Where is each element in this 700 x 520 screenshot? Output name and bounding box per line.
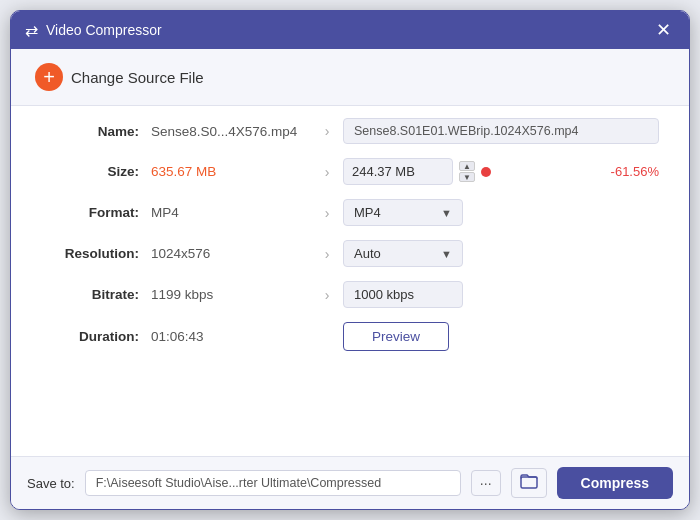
spin-up-button[interactable]: ▲ [459,161,475,171]
resolution-dropdown[interactable]: Auto ▼ [343,240,463,267]
name-orig-value: Sense8.S0...4X576.mp4 [151,124,311,139]
size-orig-value: 635.67 MB [151,164,311,179]
size-arrow: › [311,164,343,180]
more-options-button[interactable]: ··· [471,470,501,496]
bitrate-label: Bitrate: [41,287,151,302]
resolution-arrow: › [311,246,343,262]
close-button[interactable]: ✕ [652,19,675,41]
compress-button[interactable]: Compress [557,467,673,499]
resolution-label: Resolution: [41,246,151,261]
plus-icon: + [35,63,63,91]
resolution-dropdown-arrow: ▼ [441,248,452,260]
footer: Save to: F:\Aiseesoft Studio\Aise...rter… [11,456,689,509]
name-output-value: Sense8.S01E01.WEBrip.1024X576.mp4 [343,118,659,144]
content-area: Name: Sense8.S0...4X576.mp4 › Sense8.S01… [11,106,689,456]
resolution-output-value: Auto [354,246,381,261]
toolbar: + Change Source File [11,49,689,106]
app-icon: ⇄ [25,21,38,40]
bitrate-orig-value: 1199 kbps [151,287,311,302]
format-orig-value: MP4 [151,205,311,220]
duration-orig-value: 01:06:43 [151,329,311,344]
open-folder-button[interactable] [511,468,547,498]
spin-down-button[interactable]: ▼ [459,172,475,182]
size-output-group: 244.37 MB ▲ ▼ [343,158,611,185]
format-label: Format: [41,205,151,220]
resolution-orig-value: 1024x576 [151,246,311,261]
duration-label: Duration: [41,329,151,344]
format-output-value: MP4 [354,205,381,220]
duration-actions: Preview [343,322,659,351]
name-label: Name: [41,124,151,139]
window-title: Video Compressor [46,22,162,38]
save-path-value: F:\Aiseesoft Studio\Aise...rter Ultimate… [85,470,461,496]
save-to-label: Save to: [27,476,75,491]
size-dot-indicator [481,167,491,177]
name-arrow: › [311,123,343,139]
bitrate-output-value[interactable]: 1000 kbps [343,281,463,308]
bitrate-arrow: › [311,287,343,303]
size-label: Size: [41,164,151,179]
svg-rect-0 [521,477,537,488]
preview-button[interactable]: Preview [343,322,449,351]
size-output-value: 244.37 MB [343,158,453,185]
format-dropdown[interactable]: MP4 ▼ [343,199,463,226]
form-grid: Name: Sense8.S0...4X576.mp4 › Sense8.S01… [41,118,659,351]
format-arrow: › [311,205,343,221]
title-bar-left: ⇄ Video Compressor [25,21,162,40]
size-spinner: ▲ ▼ [459,161,475,182]
change-source-button[interactable]: + Change Source File [27,59,212,95]
main-window: ⇄ Video Compressor ✕ + Change Source Fil… [10,10,690,510]
size-percent: -61.56% [611,164,659,179]
title-bar: ⇄ Video Compressor ✕ [11,11,689,49]
format-dropdown-arrow: ▼ [441,207,452,219]
change-source-label: Change Source File [71,69,204,86]
